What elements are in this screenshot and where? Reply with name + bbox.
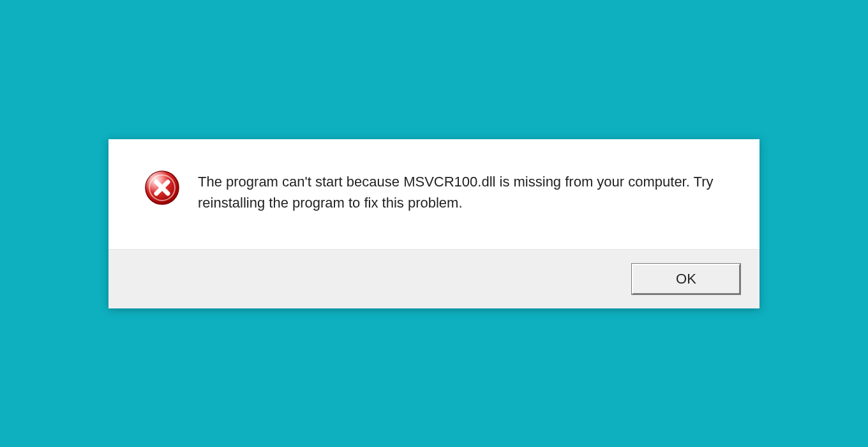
error-dialog: The program can't start because MSVCR100… xyxy=(108,139,760,308)
error-message: The program can't start because MSVCR100… xyxy=(198,170,721,213)
ok-button[interactable]: OK xyxy=(632,264,740,294)
dialog-content: The program can't start because MSVCR100… xyxy=(108,139,760,249)
dialog-button-bar: OK xyxy=(108,249,760,308)
error-icon xyxy=(144,170,180,206)
